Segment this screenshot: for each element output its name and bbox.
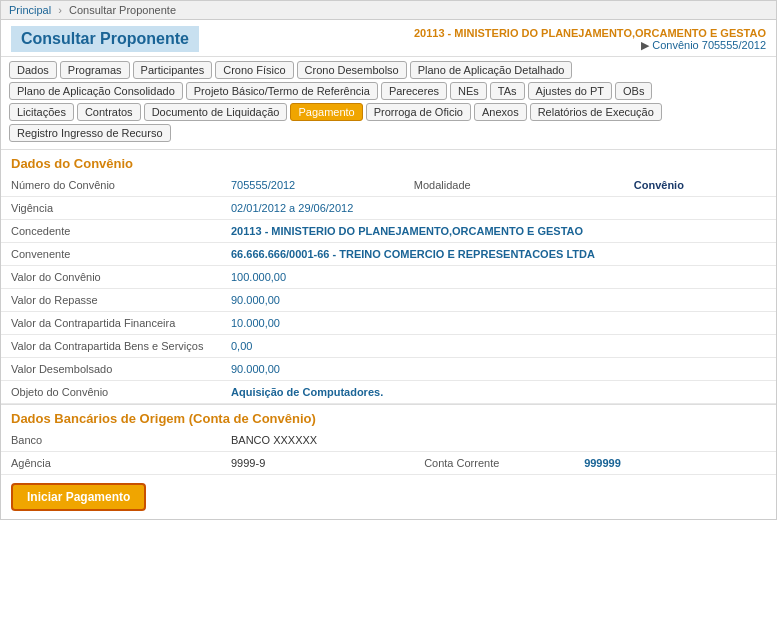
tab-relatorios[interactable]: Relatórios de Execução bbox=[530, 103, 662, 121]
row-label: Objeto do Convênio bbox=[1, 381, 221, 404]
table-row: Objeto do Convênio Aquisição de Computad… bbox=[1, 381, 776, 404]
table-row: Banco BANCO XXXXXX bbox=[1, 429, 776, 452]
header-org: 20113 - MINISTERIO DO PLANEJAMENTO,ORCAM… bbox=[414, 27, 766, 39]
row-value: 20113 - MINISTERIO DO PLANEJAMENTO,ORCAM… bbox=[221, 220, 776, 243]
breadcrumb: Principal › Consultar Proponente bbox=[1, 1, 776, 20]
tab-pareceres[interactable]: Pareceres bbox=[381, 82, 447, 100]
tab-contratos[interactable]: Contratos bbox=[77, 103, 141, 121]
row-label: Concedente bbox=[1, 220, 221, 243]
row-label: Valor da Contrapartida Bens e Serviços bbox=[1, 335, 221, 358]
table-row: Vigência 02/01/2012 a 29/06/2012 bbox=[1, 197, 776, 220]
row-label: Agência bbox=[1, 452, 221, 475]
tab-projeto-basico[interactable]: Projeto Básico/Termo de Referência bbox=[186, 82, 378, 100]
header-right: 20113 - MINISTERIO DO PLANEJAMENTO,ORCAM… bbox=[414, 27, 766, 52]
header-convenio-number: 705555/2012 bbox=[702, 39, 766, 51]
table-row: Valor do Repasse 90.000,00 bbox=[1, 289, 776, 312]
table-row: Valor do Convênio 100.000,00 bbox=[1, 266, 776, 289]
row-label: Valor do Convênio bbox=[1, 266, 221, 289]
bancario-section-title: Dados Bancários de Origem (Conta de Conv… bbox=[1, 404, 776, 429]
breadcrumb-current: Consultar Proponente bbox=[69, 4, 176, 16]
tab-plano-detalhado[interactable]: Plano de Aplicação Detalhado bbox=[410, 61, 573, 79]
tab-nes[interactable]: NEs bbox=[450, 82, 487, 100]
tab-programas[interactable]: Programas bbox=[60, 61, 130, 79]
tab-doc-liquidacao[interactable]: Documento de Liquidação bbox=[144, 103, 288, 121]
page-title: Consultar Proponente bbox=[11, 26, 199, 52]
tab-crono-desembolso[interactable]: Crono Desembolso bbox=[297, 61, 407, 79]
modalidade-label: Modalidade bbox=[404, 174, 624, 197]
row-value: 705555/2012 bbox=[221, 174, 404, 197]
tabs-section: Dados Programas Participantes Crono Físi… bbox=[1, 56, 776, 149]
table-row: Valor da Contrapartida Financeira 10.000… bbox=[1, 312, 776, 335]
modalidade-value: Convênio bbox=[624, 174, 776, 197]
tab-registro-ingresso[interactable]: Registro Ingresso de Recurso bbox=[9, 124, 171, 142]
row-label: Banco bbox=[1, 429, 221, 452]
row-value: 100.000,00 bbox=[221, 266, 776, 289]
tab-row-3: Licitações Contratos Documento de Liquid… bbox=[9, 103, 768, 121]
row-value: 90.000,00 bbox=[221, 289, 776, 312]
tab-anexos[interactable]: Anexos bbox=[474, 103, 527, 121]
table-row: Valor Desembolsado 90.000,00 bbox=[1, 358, 776, 381]
header-convenio-label: Convênio bbox=[652, 39, 698, 51]
row-label: Valor do Repasse bbox=[1, 289, 221, 312]
table-row: Agência 9999-9 Conta Corrente 999999 bbox=[1, 452, 776, 475]
table-row: Número do Convênio 705555/2012 Modalidad… bbox=[1, 174, 776, 197]
conta-corrente-value: 999999 bbox=[574, 452, 776, 475]
tab-tas[interactable]: TAs bbox=[490, 82, 525, 100]
breadcrumb-home[interactable]: Principal bbox=[9, 4, 51, 16]
table-row: Convenente 66.666.666/0001-66 - TREINO C… bbox=[1, 243, 776, 266]
row-label: Convenente bbox=[1, 243, 221, 266]
row-value: 0,00 bbox=[221, 335, 776, 358]
row-label: Valor da Contrapartida Financeira bbox=[1, 312, 221, 335]
tab-row-4: Registro Ingresso de Recurso bbox=[9, 124, 768, 142]
tab-dados[interactable]: Dados bbox=[9, 61, 57, 79]
conta-corrente-label: Conta Corrente bbox=[414, 452, 574, 475]
tab-obs[interactable]: OBs bbox=[615, 82, 652, 100]
button-area: Iniciar Pagamento bbox=[1, 475, 776, 519]
tab-ajustes-pt[interactable]: Ajustes do PT bbox=[528, 82, 612, 100]
row-label: Número do Convênio bbox=[1, 174, 221, 197]
tab-licitacoes[interactable]: Licitações bbox=[9, 103, 74, 121]
tab-plano-consolidado[interactable]: Plano de Aplicação Consolidado bbox=[9, 82, 183, 100]
table-row: Concedente 20113 - MINISTERIO DO PLANEJA… bbox=[1, 220, 776, 243]
row-label: Vigência bbox=[1, 197, 221, 220]
tab-pagamento[interactable]: Pagamento bbox=[290, 103, 362, 121]
bancario-table: Banco BANCO XXXXXX Agência 9999-9 Conta … bbox=[1, 429, 776, 475]
row-value: 10.000,00 bbox=[221, 312, 776, 335]
tab-participantes[interactable]: Participantes bbox=[133, 61, 213, 79]
tab-crono-fisico[interactable]: Crono Físico bbox=[215, 61, 293, 79]
row-value: Aquisição de Computadores. bbox=[221, 381, 776, 404]
iniciar-pagamento-button[interactable]: Iniciar Pagamento bbox=[11, 483, 146, 511]
convenio-section-title: Dados do Convênio bbox=[1, 149, 776, 174]
row-value: 66.666.666/0001-66 - TREINO COMERCIO E R… bbox=[221, 243, 776, 266]
table-row: Valor da Contrapartida Bens e Serviços 0… bbox=[1, 335, 776, 358]
tab-row-1: Dados Programas Participantes Crono Físi… bbox=[9, 61, 768, 79]
header-convenio: ▶ Convênio 705555/2012 bbox=[414, 39, 766, 52]
header: Consultar Proponente 20113 - MINISTERIO … bbox=[1, 20, 776, 56]
row-value-agencia: 9999-9 bbox=[221, 452, 414, 475]
row-value: 90.000,00 bbox=[221, 358, 776, 381]
convenio-table: Número do Convênio 705555/2012 Modalidad… bbox=[1, 174, 776, 404]
breadcrumb-separator: › bbox=[58, 4, 62, 16]
row-value: 02/01/2012 a 29/06/2012 bbox=[221, 197, 776, 220]
row-label: Valor Desembolsado bbox=[1, 358, 221, 381]
tab-row-2: Plano de Aplicação Consolidado Projeto B… bbox=[9, 82, 768, 100]
row-value: BANCO XXXXXX bbox=[221, 429, 776, 452]
tab-prorroga[interactable]: Prorroga de Oficio bbox=[366, 103, 471, 121]
